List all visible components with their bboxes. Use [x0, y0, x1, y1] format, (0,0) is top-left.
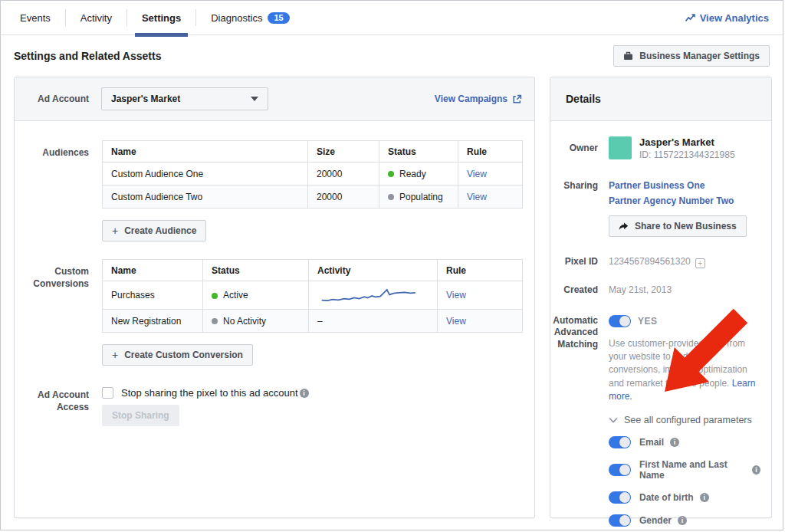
audience-name: Custom Audience Two: [103, 186, 308, 209]
share-to-new-business-button[interactable]: Share to New Business: [609, 215, 747, 237]
view-conversion-link[interactable]: View: [446, 316, 466, 327]
stop-sharing-button[interactable]: Stop Sharing: [102, 405, 179, 426]
details-card: Details Owner Jasper's Market ID: 115722…: [550, 77, 772, 518]
ad-account-header: Ad Account Jasper's Market View Campaign…: [15, 77, 534, 121]
stop-sharing-checkbox-label: Stop sharing the pixel to this ad accoun…: [121, 387, 298, 399]
copy-icon[interactable]: [695, 258, 705, 268]
ad-account-access-label: Ad Account Access: [15, 383, 89, 426]
plus-icon: +: [112, 227, 118, 235]
owner-label: Owner: [550, 136, 598, 160]
name-toggle[interactable]: [609, 464, 631, 476]
status-dot: [212, 293, 218, 299]
view-conversion-link[interactable]: View: [446, 290, 466, 300]
trend-arrow-icon: [685, 13, 695, 22]
page-title: Settings and Related Assetts: [14, 50, 161, 62]
details-title: Details: [566, 93, 601, 105]
ad-account-dropdown[interactable]: Jasper's Market: [101, 87, 268, 110]
gender-toggle[interactable]: [609, 514, 631, 527]
details-header: Details: [550, 77, 771, 121]
ad-account-label: Ad Account: [27, 94, 89, 104]
audiences-section: Audiences Name Size Status Rule Custom A…: [15, 140, 523, 241]
conversion-name: New Registration: [103, 310, 203, 333]
ad-account-access-section: Ad Account Access Stop sharing the pixel…: [15, 383, 523, 426]
status-dot: [388, 171, 394, 177]
content-area: Ad Account Jasper's Market View Campaign…: [1, 77, 783, 530]
owner-id: ID: 1157221344321985: [639, 149, 735, 160]
tab-settings[interactable]: Settings: [127, 1, 195, 34]
top-nav: Events Activity Settings Diagnostics 15 …: [1, 1, 783, 35]
view-audience-link[interactable]: View: [467, 169, 487, 179]
table-row: Custom Audience Two 20000 Populating Vie…: [103, 186, 523, 209]
birthdate-toggle[interactable]: [609, 491, 631, 504]
plus-icon: +: [112, 351, 118, 359]
aam-toggle-state: YES: [638, 316, 658, 327]
custom-conversions-section: Custom Conversions Name Status Activity …: [15, 259, 523, 366]
audience-size: 20000: [308, 186, 379, 209]
status-dot: [212, 318, 218, 324]
owner-row: Owner Jasper's Market ID: 11572213443219…: [550, 136, 760, 160]
briefcase-icon: [623, 51, 633, 61]
share-arrow-icon: [619, 222, 629, 231]
parameter-row-birthdate: Date of birth i: [609, 491, 760, 504]
tab-activity[interactable]: Activity: [66, 1, 126, 34]
see-all-parameters-toggle[interactable]: See all configured parameters: [609, 415, 760, 425]
audience-status: Ready: [379, 163, 458, 186]
info-icon[interactable]: i: [752, 465, 760, 475]
pixel-settings-card: Ad Account Jasper's Market View Campaign…: [14, 77, 535, 518]
info-icon[interactable]: i: [678, 516, 687, 525]
parameter-row-name: First Name and Last Name i: [609, 459, 760, 481]
chevron-down-icon: [609, 417, 618, 423]
diagnostics-count-badge: 15: [268, 12, 289, 24]
email-toggle[interactable]: [609, 436, 631, 448]
create-custom-conversion-button[interactable]: + Create Custom Conversion: [102, 344, 253, 366]
conversion-activity: [309, 281, 438, 310]
info-icon[interactable]: i: [300, 389, 309, 398]
conversion-name: Purchases: [103, 281, 203, 310]
aam-label: Automatic Advanced Matching: [550, 315, 598, 530]
audiences-label: Audiences: [15, 140, 89, 241]
audiences-table: Name Size Status Rule Custom Audience On…: [102, 140, 523, 209]
info-icon[interactable]: i: [700, 493, 709, 502]
sharing-label: Sharing: [550, 178, 598, 237]
conversion-activity: –: [309, 310, 438, 333]
table-header-row: Name Status Activity Rule: [103, 260, 523, 281]
aam-toggle[interactable]: [609, 315, 631, 327]
partner-business-link[interactable]: Partner Business One: [609, 178, 760, 193]
page-header: Settings and Related Assetts Business Ma…: [1, 35, 783, 77]
tab-events[interactable]: Events: [5, 1, 65, 34]
business-manager-settings-button[interactable]: Business Manager Settings: [613, 45, 770, 67]
audience-status: Populating: [379, 186, 458, 209]
custom-conversions-label: Custom Conversions: [15, 259, 89, 366]
sharing-row: Sharing Partner Business One Partner Age…: [550, 178, 760, 237]
aam-description: Use customer-provided data from your web…: [609, 337, 760, 404]
parameter-row-email: Email i: [609, 436, 760, 448]
owner-name: Jasper's Market: [639, 136, 735, 148]
parameter-row-gender: Gender i: [609, 514, 760, 527]
pixel-id-row: Pixel ID 1234567894561320: [550, 256, 760, 268]
custom-conversions-table: Name Status Activity Rule Purchases Acti…: [102, 259, 523, 333]
table-row: Purchases Active View: [103, 281, 523, 310]
created-value: May 21st, 2013: [609, 284, 672, 295]
stop-sharing-checkbox[interactable]: [102, 387, 113, 399]
conversion-status: Active: [203, 281, 309, 310]
external-link-icon: [512, 94, 522, 104]
view-campaigns-link[interactable]: View Campaigns: [435, 94, 522, 104]
events-manager-page: Events Activity Settings Diagnostics 15 …: [0, 0, 783, 530]
table-row: Custom Audience One 20000 Ready View: [103, 163, 523, 186]
owner-avatar: [609, 136, 632, 159]
view-analytics-link[interactable]: View Analytics: [685, 1, 783, 34]
pixel-settings-body: Audiences Name Size Status Rule Custom A…: [15, 121, 534, 426]
tab-diagnostics[interactable]: Diagnostics 15: [196, 1, 304, 34]
created-label: Created: [550, 284, 598, 297]
partner-agency-link[interactable]: Partner Agency Number Two: [609, 193, 760, 209]
table-row: New Registration No Activity – View: [103, 310, 523, 333]
created-row: Created May 21st, 2013: [550, 284, 760, 297]
caret-down-icon: [251, 97, 258, 101]
automatic-advanced-matching-row: Automatic Advanced Matching YES Use cust…: [550, 315, 760, 530]
create-audience-button[interactable]: + Create Audience: [102, 220, 206, 241]
pixel-id-value: 1234567894561320: [609, 256, 691, 267]
view-audience-link[interactable]: View: [467, 192, 487, 202]
active-tab-underline: [135, 33, 188, 37]
info-icon[interactable]: i: [670, 438, 679, 447]
pixel-id-label: Pixel ID: [550, 256, 598, 268]
